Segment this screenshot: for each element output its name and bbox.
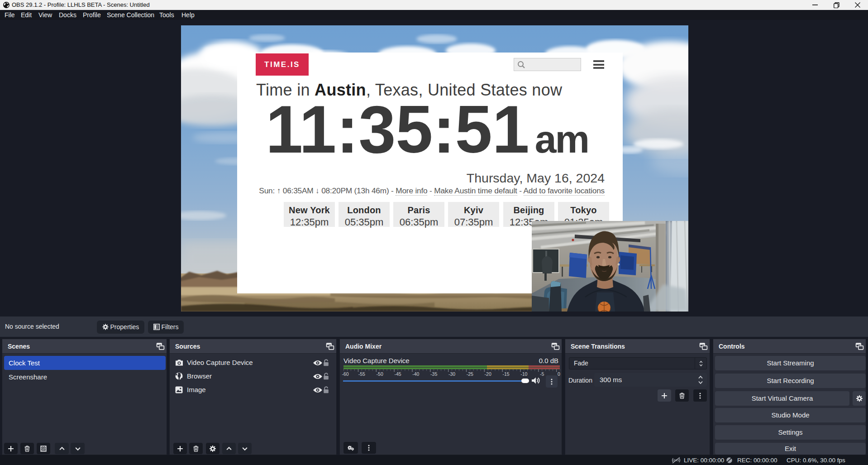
svg-text:0: 0	[558, 371, 560, 377]
svg-text:-35: -35	[430, 371, 437, 377]
svg-text:-50: -50	[377, 371, 383, 377]
svg-text:-20: -20	[485, 371, 491, 377]
svg-text:-5: -5	[540, 371, 544, 377]
svg-text:-30: -30	[448, 371, 455, 377]
svg-text:-45: -45	[394, 371, 401, 377]
svg-text:-55: -55	[358, 371, 365, 377]
svg-text:-60: -60	[342, 371, 348, 377]
svg-text:-15: -15	[502, 371, 509, 377]
svg-text:-10: -10	[520, 371, 527, 377]
svg-text:-25: -25	[467, 371, 473, 377]
svg-text:-40: -40	[412, 371, 419, 377]
